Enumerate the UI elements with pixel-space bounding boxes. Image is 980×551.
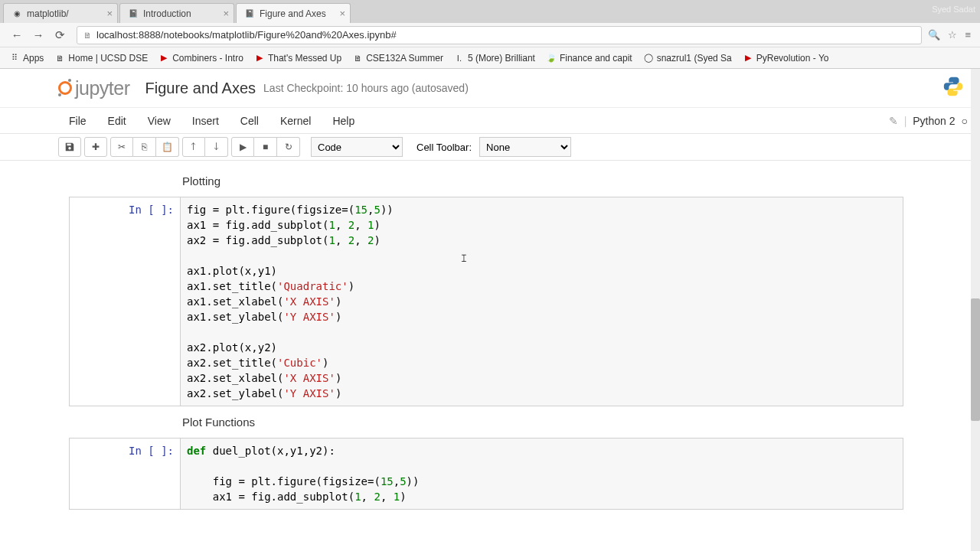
bookmark-item[interactable]: I.5 (More) Brilliant xyxy=(451,51,538,65)
bookmark-item[interactable]: 🍃Finance and capit xyxy=(543,51,635,65)
leaf-icon: 🍃 xyxy=(546,53,557,64)
text-cursor-icon: 𝙸 xyxy=(460,251,461,263)
bookmark-item[interactable]: ▶PyRevolution - Yo xyxy=(740,51,832,65)
star-icon[interactable]: ☆ xyxy=(948,29,957,41)
browser-tab[interactable]: ◉ matplotlib/ × xyxy=(3,3,118,23)
browser-nav-bar: ← → ⟳ 🗎 localhost:8888/notebooks/matplot… xyxy=(0,23,980,47)
close-icon[interactable]: × xyxy=(223,8,229,19)
menu-kernel[interactable]: Kernel xyxy=(270,110,322,132)
browser-tab-strip: ◉ matplotlib/ × 📓 Introduction × 📓 Figur… xyxy=(0,0,980,23)
python-logo-icon xyxy=(942,75,965,98)
reload-button[interactable]: ⟳ xyxy=(51,27,68,44)
browser-tab[interactable]: 📓 Introduction × xyxy=(119,3,234,23)
celltype-select[interactable]: Code xyxy=(311,137,403,157)
code-cell[interactable]: In [ ]: def duel_plot(x,y1,y2): fig = pl… xyxy=(69,438,903,510)
menubar: File Edit View Insert Cell Kernel Help ✎… xyxy=(0,107,980,133)
tab-title: matplotlib/ xyxy=(27,8,69,19)
code-input[interactable]: fig = plt.figure(figsize=(15,5)) ax1 = f… xyxy=(180,197,903,406)
menu-insert[interactable]: Insert xyxy=(181,110,230,132)
menu-icon[interactable]: ≡ xyxy=(965,29,971,41)
page-icon: 🗎 xyxy=(83,31,92,40)
url-bar[interactable]: 🗎 localhost:8888/notebooks/matplotlib/Fi… xyxy=(77,26,922,44)
jupyter-header: jupyter Figure and Axes Last Checkpoint:… xyxy=(0,69,980,107)
cut-button[interactable]: ✂ xyxy=(110,137,133,157)
youtube-icon: ▶ xyxy=(158,53,169,64)
bookmark-item[interactable]: 🗎CSE132A Summer xyxy=(349,51,446,65)
kernel-status-icon: ○ xyxy=(962,115,968,127)
bookmark-item[interactable]: ▶That's Messed Up xyxy=(251,51,345,65)
bookmark-apps[interactable]: ⠿Apps xyxy=(6,51,47,65)
cell-toolbar-select[interactable]: None xyxy=(479,137,571,157)
forward-button[interactable]: → xyxy=(30,27,47,44)
input-prompt: In [ ]: xyxy=(70,439,180,509)
notebook-title[interactable]: Figure and Axes xyxy=(145,80,256,97)
jupyter-logo-icon xyxy=(58,81,72,95)
save-button[interactable] xyxy=(58,137,81,157)
paste-button[interactable]: 📋 xyxy=(156,137,179,157)
scrollbar-thumb[interactable] xyxy=(971,298,980,421)
page-icon: 🗎 xyxy=(54,53,65,64)
jupyter-favicon-icon: 📓 xyxy=(244,8,255,19)
toolbar: ✚ ✂ ⎘ 📋 🡑 🡓 ▶ ■ ↻ Code Cell Toolbar: Non… xyxy=(0,133,980,161)
url-text: localhost:8888/notebooks/matplotlib/Figu… xyxy=(96,29,397,41)
jupyter-logo[interactable]: jupyter xyxy=(58,77,130,99)
close-icon[interactable]: × xyxy=(339,8,345,19)
code-cell[interactable]: In [ ]: fig = plt.figure(figsize=(15,5))… xyxy=(69,197,903,406)
jupyter-favicon-icon: 📓 xyxy=(128,8,139,19)
notebook-area: Plotting In [ ]: fig = plt.figure(figsiz… xyxy=(0,161,980,519)
menu-file[interactable]: File xyxy=(58,110,97,132)
youtube-icon: ▶ xyxy=(254,53,265,64)
menu-cell[interactable]: Cell xyxy=(230,110,270,132)
user-indicator: Syed Sadat xyxy=(932,5,975,14)
markdown-cell[interactable]: Plot Functions xyxy=(182,416,969,429)
edit-icon[interactable]: ✎ xyxy=(889,115,898,127)
bookmark-item[interactable]: ▶Combiners - Intro xyxy=(155,51,247,65)
run-button[interactable]: ▶ xyxy=(231,137,254,157)
stop-button[interactable]: ■ xyxy=(254,137,277,157)
cell-toolbar-label: Cell Toolbar: xyxy=(416,142,472,153)
menu-help[interactable]: Help xyxy=(322,110,365,132)
youtube-icon: ▶ xyxy=(743,53,753,64)
input-prompt: In [ ]: xyxy=(70,197,180,406)
menu-edit[interactable]: Edit xyxy=(97,110,137,132)
move-down-button[interactable]: 🡓 xyxy=(205,137,228,157)
back-button[interactable]: ← xyxy=(8,27,25,44)
checkpoint-status: Last Checkpoint: 10 hours ago (autosaved… xyxy=(263,82,469,94)
tab-title: Figure and Axes xyxy=(260,8,326,19)
page-icon: 🗎 xyxy=(352,53,363,64)
browser-tab-active[interactable]: 📓 Figure and Axes × xyxy=(236,3,351,23)
bookmarks-bar: ⠿Apps 🗎Home | UCSD DSE ▶Combiners - Intr… xyxy=(0,47,980,69)
restart-button[interactable]: ↻ xyxy=(277,137,300,157)
menu-view[interactable]: View xyxy=(137,110,181,132)
text-icon: I. xyxy=(454,53,465,64)
zoom-icon[interactable]: 🔍 xyxy=(928,29,940,41)
kernel-name: Python 2 xyxy=(913,115,955,127)
add-cell-button[interactable]: ✚ xyxy=(84,137,107,157)
bookmark-item[interactable]: 🗎Home | UCSD DSE xyxy=(51,51,151,65)
github-icon: ◯ xyxy=(643,53,654,64)
tab-title: Introduction xyxy=(143,8,191,19)
code-input[interactable]: def duel_plot(x,y1,y2): fig = plt.figure… xyxy=(180,439,903,509)
bookmark-item[interactable]: ◯snazrul1 (Syed Sa xyxy=(640,51,735,65)
move-up-button[interactable]: 🡑 xyxy=(182,137,205,157)
jupyter-favicon-icon: ◉ xyxy=(11,8,22,19)
apps-icon: ⠿ xyxy=(9,53,20,64)
markdown-cell[interactable]: Plotting xyxy=(182,174,969,187)
close-icon[interactable]: × xyxy=(106,8,113,19)
copy-button[interactable]: ⎘ xyxy=(133,137,156,157)
